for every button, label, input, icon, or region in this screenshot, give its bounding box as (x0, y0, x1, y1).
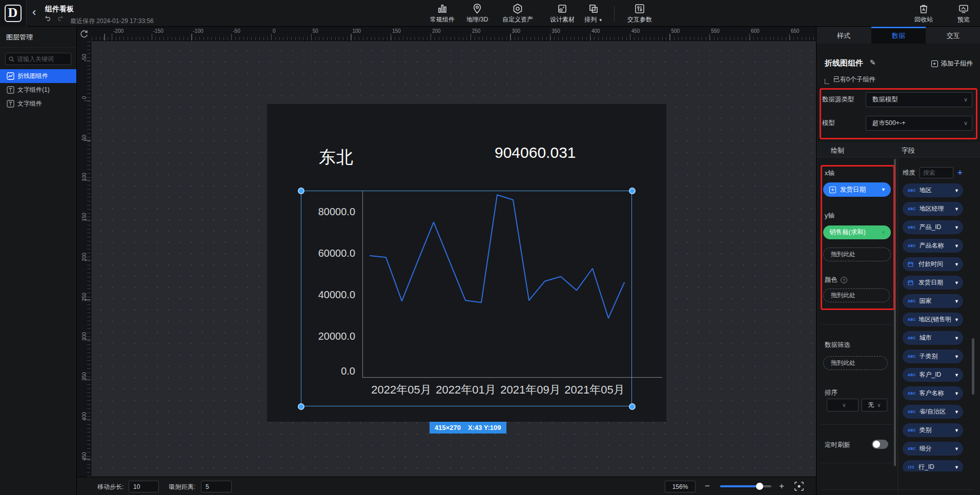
zoom-percent-input[interactable]: 156% (665, 481, 696, 492)
toolbar-item-地理/3D[interactable]: 地理/3D (459, 3, 496, 24)
selection-handle-top-left[interactable] (298, 188, 304, 194)
sort-label: 排序 (825, 388, 838, 397)
field-pill-客户名称[interactable]: ABC客户名称▼ (903, 386, 963, 400)
design-asset-icon (557, 3, 568, 14)
sort-field-select[interactable]: ∨ (827, 399, 859, 411)
selection-handle-top-right[interactable] (629, 188, 636, 194)
chevron-down-icon: ▼ (954, 280, 959, 285)
chevron-down-icon: ▼ (954, 188, 959, 193)
field-name: 付款时间 (918, 260, 943, 269)
field-pill-产品名称[interactable]: ABC产品名称▼ (903, 239, 963, 253)
field-pill-地区(销售明...[interactable]: ABC地区(销售明...▼ (903, 313, 963, 326)
field-pill-省/自治区[interactable]: ABC省/自治区▼ (903, 405, 963, 419)
h-ruler-tick-label: -50 (233, 28, 240, 34)
field-pill-付款时间[interactable]: 付款时间▼ (903, 257, 963, 271)
field-search-input[interactable]: 搜索 (920, 167, 953, 178)
tab-样式[interactable]: 样式 (816, 27, 871, 44)
h-ruler-tick-label: 600 (751, 28, 760, 34)
v-ruler-tick-label: 100 (81, 171, 87, 184)
toolbar-item-label: 交互参数 (627, 15, 652, 24)
layer-item-折线图组件[interactable]: 折线图组件 (0, 69, 76, 83)
y-axis-field-pill[interactable]: 销售额(求和) ▼ (823, 225, 891, 239)
v-ruler-tick-label: 250 (81, 290, 87, 303)
add-subcomponent-button[interactable]: + 添加子组件 (931, 59, 973, 68)
text-type-icon: ABC (908, 410, 916, 414)
toolbar-item-交互参数[interactable]: 交互参数 (621, 3, 658, 24)
field-pill-产品_ID[interactable]: ABC产品_ID▼ (903, 220, 963, 234)
layers-icon (588, 3, 599, 14)
text-component-region[interactable]: 东北 (319, 146, 354, 169)
filter-drop-zone[interactable]: 拖到此处 (823, 356, 888, 370)
field-pill-行_ID[interactable]: 123行_ID▼ (903, 460, 963, 471)
toolbar-action-回收站[interactable]: 回收站 (905, 3, 942, 24)
field-pill-子类别[interactable]: ABC子类别▼ (903, 349, 963, 363)
rename-icon[interactable]: ✎ (870, 58, 876, 67)
tab-交互[interactable]: 交互 (926, 27, 980, 44)
toolbar-item-常规组件[interactable]: 常规组件 (424, 3, 461, 24)
field-pill-城市[interactable]: ABC城市▼ (903, 331, 963, 345)
field-pill-地区[interactable]: ABC地区▼ (903, 183, 963, 197)
zoom-in-button[interactable]: + (779, 481, 784, 492)
v-ruler-tick-label: 300 (81, 330, 87, 343)
selection-rectangle[interactable] (301, 191, 632, 406)
refresh-icon[interactable] (79, 29, 89, 38)
redo-icon[interactable] (56, 15, 63, 21)
v-ruler-tick-label: 400 (81, 409, 87, 423)
model-label: 模型 (822, 119, 835, 128)
toolbar-item-label: 常规组件 (430, 15, 455, 24)
fields-scrollbar[interactable] (972, 338, 974, 395)
back-icon[interactable]: ‹ (32, 7, 36, 18)
plus-square-icon: + (829, 187, 836, 193)
toolbar-item-排列[interactable]: 排列 ▼ (575, 3, 612, 24)
color-drop-zone[interactable]: 拖到此处 (823, 288, 890, 302)
add-field-button[interactable]: + (957, 168, 963, 178)
field-pill-地区经理[interactable]: ABC地区经理▼ (903, 202, 963, 216)
toolbar-item-自定义资产[interactable]: 自定义资产 (499, 3, 536, 24)
layer-item-文字组件[interactable]: 文字组件 (0, 97, 76, 111)
snap-distance-input[interactable]: 5 (201, 481, 232, 492)
fit-view-icon[interactable] (793, 481, 805, 492)
design-canvas[interactable]: -200-150-100-500501001502002503003504004… (77, 27, 816, 495)
toolbar-item-label: 地理/3D (466, 15, 488, 24)
layer-item-文字组件(1)[interactable]: 文字组件(1) (0, 83, 76, 97)
field-name: 省/自治区 (920, 407, 946, 416)
help-icon[interactable]: ? (841, 277, 847, 283)
tab-数据[interactable]: 数据 (871, 27, 926, 44)
field-pill-客户_ID[interactable]: ABC客户_ID▼ (903, 368, 963, 382)
h-ruler-tick-label: 650 (791, 28, 800, 34)
field-pill-国家[interactable]: ABC国家▼ (903, 294, 963, 308)
selection-handle-bottom-right[interactable] (629, 403, 636, 410)
draw-column-scrollbar[interactable] (894, 159, 896, 466)
model-select[interactable]: 超市500+-+∨ (866, 116, 972, 131)
text-type-icon: ABC (908, 447, 916, 450)
component-name: 折线图组件 (825, 58, 863, 68)
field-pill-细分[interactable]: ABC细分▼ (903, 442, 963, 456)
text-component-value[interactable]: 904060.031 (495, 144, 576, 161)
snap-distance-label: 吸附距离: (169, 483, 195, 491)
undo-icon[interactable] (45, 15, 52, 21)
x-axis-field-pill[interactable]: + 发货日期 ▼ (823, 182, 891, 197)
zoom-slider-knob[interactable] (756, 483, 763, 490)
chevron-down-icon: ▼ (954, 207, 959, 212)
map-pin-icon (472, 3, 483, 14)
zoom-out-button[interactable]: − (705, 481, 710, 492)
selection-position: X:43 Y:109 (468, 424, 501, 431)
layer-search-input[interactable]: 请输入关键词 (5, 53, 71, 65)
field-name: 地区(销售明... (918, 315, 951, 324)
app-logo[interactable]: D (0, 0, 27, 27)
h-ruler-tick-label: 500 (671, 28, 680, 34)
chevron-down-icon: ▼ (954, 317, 959, 322)
field-name: 类别 (920, 426, 932, 435)
move-step-input[interactable]: 10 (129, 481, 159, 492)
datasource-type-select[interactable]: 数据模型∨ (866, 92, 972, 107)
selection-handle-bottom-left[interactable] (298, 403, 304, 410)
y-axis-drop-zone[interactable]: 拖到此处 (823, 248, 891, 261)
h-ruler-tick-label: 50 (313, 28, 318, 34)
zoom-slider[interactable] (720, 485, 771, 487)
trash-icon (918, 3, 929, 14)
field-pill-发货日期[interactable]: 发货日期▼ (903, 276, 963, 290)
auto-refresh-toggle[interactable] (872, 440, 888, 449)
toolbar-action-预览[interactable]: 预览 (945, 3, 980, 24)
field-pill-类别[interactable]: ABC类别▼ (903, 423, 963, 437)
sort-order-select[interactable]: 无∨ (862, 399, 887, 411)
